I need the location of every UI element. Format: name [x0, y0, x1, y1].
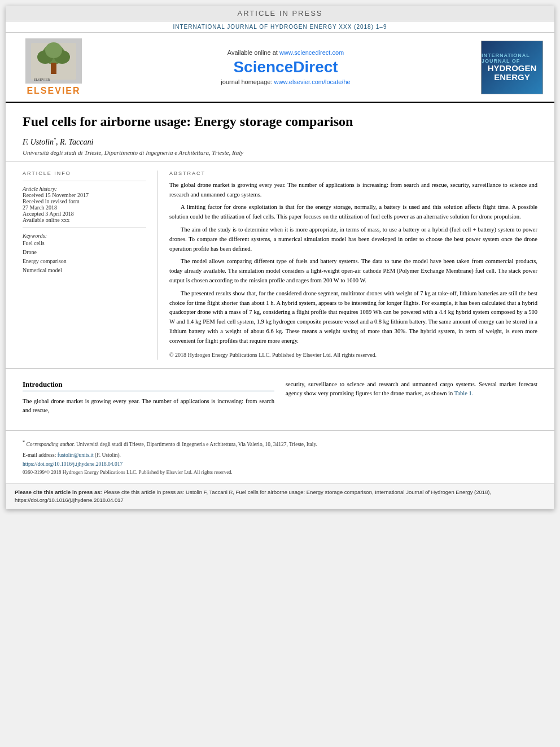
intro-para-right: security, surveillance to science and re…	[286, 380, 537, 399]
received-revised-date: 27 March 2018	[23, 204, 146, 211]
email-label: E-mail address:	[23, 452, 58, 458]
elsevier-text: ELSEVIER	[27, 86, 80, 96]
title-area: Fuel cells for airborne usage: Energy st…	[6, 103, 554, 162]
abstract-para-1: The global drone market is growing every…	[169, 181, 537, 200]
available-online-text: Available online at www.sciencedirect.co…	[102, 49, 470, 56]
hydrogen-logo-main: HYDROGENENERGY	[488, 64, 537, 82]
header-logos-area: ELSEVIER ELSEVIER Available online at ww…	[6, 33, 554, 103]
keyword-fuel-cells: Fuel cells	[23, 239, 146, 248]
elsevier-tree-image: ELSEVIER	[25, 38, 82, 84]
email-line: E-mail address: fustolin@units.it (F. Us…	[23, 451, 537, 459]
table-1-link[interactable]: Table 1.	[454, 390, 474, 396]
doi-link[interactable]: https://doi.org/10.1016/j.ijhydene.2018.…	[23, 461, 537, 467]
info-abstract-area: ARTICLE INFO Article history: Received 1…	[6, 162, 554, 369]
article-in-press-text: ARTICLE IN PRESS	[238, 9, 323, 18]
received-revised-label: Received in revised form	[23, 198, 146, 204]
keywords-label: Keywords:	[23, 233, 146, 239]
intro-para-left: The global drone market is growing every…	[23, 397, 274, 416]
citation-box: Please cite this article in press as: Pl…	[6, 483, 554, 510]
accepted-date: Accepted 3 April 2018	[23, 211, 146, 217]
article-title: Fuel cells for airborne usage: Energy st…	[23, 113, 537, 130]
keyword-energy-comparison: Energy comparison	[23, 257, 146, 266]
keyword-drone: Drone	[23, 248, 146, 257]
corresponding-affiliation: Università degli studi di Trieste, Dipar…	[76, 442, 317, 447]
page: ARTICLE IN PRESS INTERNATIONAL JOURNAL O…	[6, 6, 554, 509]
svg-text:ELSEVIER: ELSEVIER	[34, 78, 50, 81]
article-info-title: ARTICLE INFO	[23, 171, 146, 176]
history-label: Article history:	[23, 186, 146, 192]
abstract-copyright: © 2018 Hydrogen Energy Publications LLC.…	[169, 351, 537, 360]
hydrogen-energy-logo: INTERNATIONAL JOURNAL OF HYDROGENENERGY	[481, 41, 543, 94]
introduction-right-text: security, surveillance to science and re…	[286, 380, 537, 399]
content-area: Introduction The global drone market is …	[6, 369, 554, 431]
email-name: (F. Ustolin).	[95, 452, 121, 458]
footnote-area: * Corresponding author. Università degli…	[6, 430, 554, 483]
introduction-title: Introduction	[23, 380, 274, 391]
sciencedirect-logo: ScienceDirect	[102, 58, 470, 76]
abstract-text: The global drone market is growing every…	[169, 181, 537, 360]
header-center: Available online at www.sciencedirect.co…	[90, 49, 481, 85]
received-1: Received 15 November 2017	[23, 192, 146, 198]
introduction-left-col: Introduction The global drone market is …	[23, 380, 274, 420]
sciencedirect-url[interactable]: www.sciencedirect.com	[279, 49, 344, 56]
journal-homepage: journal homepage: www.elsevier.com/locat…	[102, 78, 470, 85]
abstract-para-3: The aim of the study is to determine whe…	[169, 225, 537, 254]
abstract-area: ABSTRACT The global drone market is grow…	[169, 171, 537, 360]
citation-please-cite-label: Please cite this article in press as:	[15, 489, 103, 495]
article-info-column: ARTICLE INFO Article history: Received 1…	[23, 171, 158, 360]
footnote-copyright: 0360-3199/© 2018 Hydrogen Energy Publica…	[23, 469, 537, 475]
journal-header-text: INTERNATIONAL JOURNAL OF HYDROGEN ENERGY…	[173, 24, 387, 30]
svg-rect-4	[51, 63, 56, 74]
corresponding-author-line: * Corresponding author. Università degli…	[23, 439, 537, 448]
available-online: Available online xxx	[23, 217, 146, 223]
elsevier-logo: ELSEVIER ELSEVIER	[17, 38, 90, 96]
journal-homepage-url[interactable]: www.elsevier.com/locate/he	[274, 78, 351, 85]
corresponding-label: Corresponding author.	[26, 442, 75, 447]
email-link[interactable]: fustolin@units.it	[58, 452, 94, 458]
introduction-right-col: security, surveillance to science and re…	[286, 380, 537, 420]
affiliation: Università degli studi di Trieste, Dipar…	[23, 149, 537, 156]
abstract-para-2: A limiting factor for drone exploitation…	[169, 203, 537, 222]
keyword-numerical-model: Numerical model	[23, 266, 146, 275]
abstract-title: ABSTRACT	[169, 171, 537, 176]
abstract-para-5: The presented results show that, for the…	[169, 289, 537, 346]
introduction-left-text: The global drone market is growing every…	[23, 397, 274, 416]
article-in-press-banner: ARTICLE IN PRESS	[6, 6, 554, 21]
hydrogen-logo-line1: INTERNATIONAL JOURNAL OF	[482, 53, 542, 64]
svg-point-5	[45, 42, 62, 58]
journal-header-line: INTERNATIONAL JOURNAL OF HYDROGEN ENERGY…	[6, 21, 554, 33]
abstract-para-4: The model allows comparing different typ…	[169, 257, 537, 285]
authors: F. Ustolin*, R. Taccani	[23, 137, 537, 147]
introduction-two-col: Introduction The global drone market is …	[23, 380, 537, 420]
